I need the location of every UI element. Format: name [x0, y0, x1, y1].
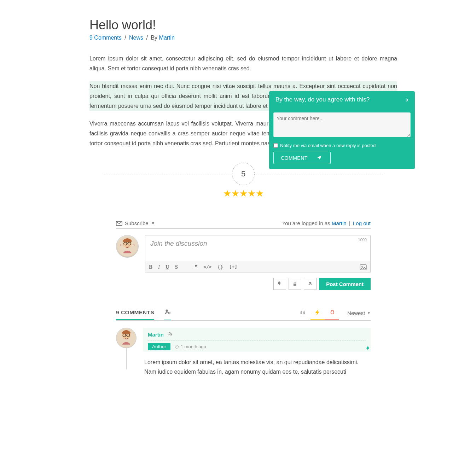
comment-author-name[interactable]: Martin [148, 332, 164, 338]
avatar [116, 235, 139, 258]
post-title: Hello world! [89, 18, 397, 33]
avatar-face-icon [117, 236, 138, 257]
insert-button[interactable]: [+] [229, 264, 237, 270]
settings-button[interactable] [164, 305, 171, 320]
popup-notify-label[interactable]: Notify me via email when a new reply is … [273, 143, 411, 148]
send-icon [315, 155, 323, 161]
subscribe-dropdown[interactable]: Subscribe ▼ [116, 220, 155, 226]
star-icon: ★ [248, 188, 256, 199]
underline-button[interactable]: U [166, 264, 169, 270]
bell-off-icon [307, 281, 313, 287]
svg-point-9 [361, 266, 362, 267]
star-icon: ★ [256, 188, 264, 199]
category-link[interactable]: News [129, 35, 143, 41]
rss-icon[interactable] [168, 331, 173, 338]
post-comment-button[interactable]: Post Comment [319, 278, 371, 290]
popup-comment-input[interactable] [273, 112, 411, 137]
rating-value: 5 [232, 163, 255, 185]
rating-stars[interactable]: ★★★★★ [89, 188, 397, 199]
compose-toolbar: B I U S ❞ </> {} [+] [145, 262, 370, 273]
compose-box: Join the discussion 1000 B I U S ❞ </> {… [145, 235, 371, 273]
comments-count-link[interactable]: 9 Comments [89, 35, 122, 41]
bolt-icon [314, 309, 321, 316]
italic-button[interactable]: I [158, 264, 160, 270]
author-link[interactable]: Martin [159, 35, 175, 41]
lock-toggle-button[interactable] [289, 278, 301, 290]
braces-button[interactable]: {} [217, 264, 224, 270]
pinned-icon [366, 346, 371, 352]
avatar [116, 328, 137, 348]
star-icon: ★ [239, 188, 248, 199]
image-button[interactable] [360, 264, 367, 270]
popup-header: By the way, do you agree with this? x [269, 91, 415, 108]
filter-active-tab[interactable] [310, 306, 325, 320]
svg-rect-10 [294, 284, 296, 286]
popup-submit-button[interactable]: COMMENT [273, 152, 331, 164]
paragraph: Lorem ipsum dolor sit amet, consectetur … [89, 54, 397, 74]
popup-prompt: By the way, do you agree with this? [275, 96, 370, 103]
mail-icon [116, 221, 122, 226]
filter-all-tab[interactable] [296, 306, 310, 320]
char-limit: 1000 [358, 238, 367, 242]
star-icon: ★ [231, 188, 239, 199]
comments-count-label: 9 COMMENTS [116, 306, 154, 320]
bold-button[interactable]: B [149, 264, 152, 270]
by-label: By [151, 35, 157, 41]
avatar-face-icon [116, 328, 136, 348]
logout-link[interactable]: Log out [353, 220, 371, 226]
quote-button[interactable]: ❞ [195, 264, 198, 270]
code-button[interactable]: </> [203, 264, 211, 270]
popup-notify-checkbox[interactable] [273, 143, 278, 148]
comment-text: Lorem ipsum dolor sit amet, ea tantas mo… [143, 352, 371, 376]
login-status: You are logged in as Martin | Log out [282, 220, 371, 226]
meta-sep: / [146, 35, 148, 41]
author-badge: Author [148, 343, 170, 350]
logged-user-link[interactable]: Martin [332, 220, 347, 226]
compose-input[interactable]: Join the discussion 1000 [145, 235, 370, 262]
rating-block: 5 ★★★★★ [89, 163, 397, 199]
strike-button[interactable]: S [175, 264, 178, 270]
inline-comment-popup: By the way, do you agree with this? x No… [269, 91, 415, 169]
comment-item: Martin Author 1 month ago Lorem ipsum do… [116, 328, 371, 376]
comment-time: 1 month ago [175, 344, 206, 349]
mute-toggle-button[interactable] [304, 278, 317, 290]
lock-icon [292, 281, 298, 287]
user-gear-icon [164, 309, 171, 315]
sort-dropdown[interactable]: Newest ▼ [347, 310, 371, 316]
meta-sep: / [124, 35, 126, 41]
quote-icon [300, 309, 307, 316]
caret-down-icon: ▼ [151, 221, 155, 225]
popup-close-button[interactable]: x [406, 97, 408, 103]
svg-point-11 [166, 310, 168, 312]
filter-hot-tab[interactable] [325, 306, 339, 320]
pin-icon [277, 281, 283, 287]
caret-down-icon: ▼ [367, 311, 371, 315]
star-icon: ★ [223, 188, 231, 199]
pin-toggle-button[interactable] [273, 278, 286, 290]
fire-icon [328, 309, 335, 316]
clock-icon [175, 345, 179, 349]
post-meta: 9 Comments / News / By Martin [89, 35, 397, 41]
